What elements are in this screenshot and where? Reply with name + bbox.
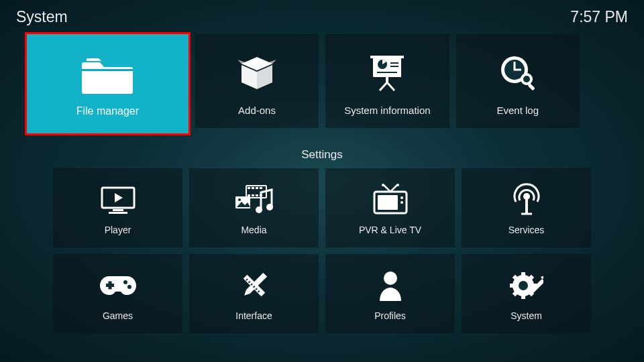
top-row: File manager Add-ons: [0, 26, 644, 133]
svg-rect-22: [252, 194, 254, 196]
tile-media[interactable]: Media: [189, 168, 319, 247]
gamepad-icon: [99, 266, 138, 305]
tile-label: Services: [508, 225, 545, 235]
page-title: System: [16, 8, 68, 26]
tile-services[interactable]: Services: [462, 168, 591, 247]
svg-point-39: [123, 280, 127, 284]
svg-point-52: [519, 281, 528, 290]
open-box-icon: [236, 47, 278, 98]
person-icon: [378, 266, 403, 305]
svg-rect-53: [521, 272, 525, 276]
svg-point-28: [266, 204, 273, 210]
svg-rect-54: [521, 295, 525, 299]
svg-point-34: [400, 201, 403, 204]
tile-games[interactable]: Games: [53, 254, 182, 333]
clock-search-icon: [498, 47, 537, 98]
svg-point-26: [238, 198, 241, 201]
broadcast-icon: [511, 180, 543, 219]
tile-file-manager[interactable]: File manager: [27, 34, 189, 133]
svg-point-29: [382, 184, 384, 186]
svg-rect-5: [390, 62, 398, 64]
tile-label: Games: [103, 310, 133, 321]
tile-event-log[interactable]: Event log: [456, 34, 580, 128]
svg-rect-0: [82, 69, 133, 71]
svg-rect-36: [525, 199, 528, 214]
header: System 7:57 PM: [0, 0, 644, 26]
tile-system[interactable]: System: [462, 254, 591, 333]
presentation-chart-icon: [370, 47, 404, 98]
tile-system-information[interactable]: System information: [325, 34, 449, 128]
svg-rect-14: [113, 209, 123, 211]
monitor-play-icon: [99, 180, 137, 219]
tile-label: Profiles: [374, 310, 406, 321]
tile-label: Event log: [497, 105, 539, 116]
folder-icon: [80, 50, 135, 101]
tile-label: PVR & Live TV: [359, 225, 421, 235]
svg-rect-7: [377, 72, 397, 73]
section-title: Settings: [0, 148, 644, 162]
gear-wrench-icon: [510, 266, 543, 305]
svg-point-11: [523, 76, 530, 82]
tile-label: Media: [241, 225, 266, 235]
tile-label: Player: [105, 225, 131, 235]
tile-interface[interactable]: Interface: [189, 254, 319, 333]
svg-rect-2: [370, 56, 404, 58]
tile-label: File manager: [76, 105, 139, 117]
svg-rect-23: [256, 194, 258, 196]
tile-profiles[interactable]: Profiles: [325, 254, 455, 333]
svg-rect-32: [378, 195, 398, 210]
tile-label: Interface: [235, 310, 272, 321]
tile-label: Add-ons: [238, 105, 276, 116]
tile-pvr-live-tv[interactable]: PVR & Live TV: [325, 168, 455, 247]
svg-rect-19: [256, 187, 258, 189]
svg-rect-18: [252, 187, 254, 189]
svg-rect-55: [510, 284, 514, 288]
svg-rect-21: [248, 194, 250, 196]
svg-rect-17: [248, 187, 250, 189]
svg-point-50: [384, 272, 397, 285]
svg-point-30: [396, 184, 399, 186]
svg-rect-20: [260, 187, 262, 189]
svg-point-35: [523, 193, 530, 200]
tv-icon: [372, 180, 409, 219]
clock: 7:57 PM: [570, 8, 628, 26]
settings-grid: Player Media: [0, 168, 644, 333]
svg-rect-15: [109, 212, 127, 214]
pencil-ruler-icon: [239, 266, 270, 305]
tile-label: System information: [344, 105, 430, 116]
tile-addons[interactable]: Add-ons: [195, 34, 319, 128]
svg-point-27: [256, 206, 262, 213]
media-icon: [233, 180, 276, 219]
svg-point-40: [127, 285, 131, 289]
svg-rect-6: [390, 66, 398, 67]
tile-label: System: [511, 310, 542, 321]
svg-point-33: [400, 196, 403, 199]
tile-player[interactable]: Player: [53, 168, 182, 247]
svg-rect-38: [108, 282, 111, 290]
